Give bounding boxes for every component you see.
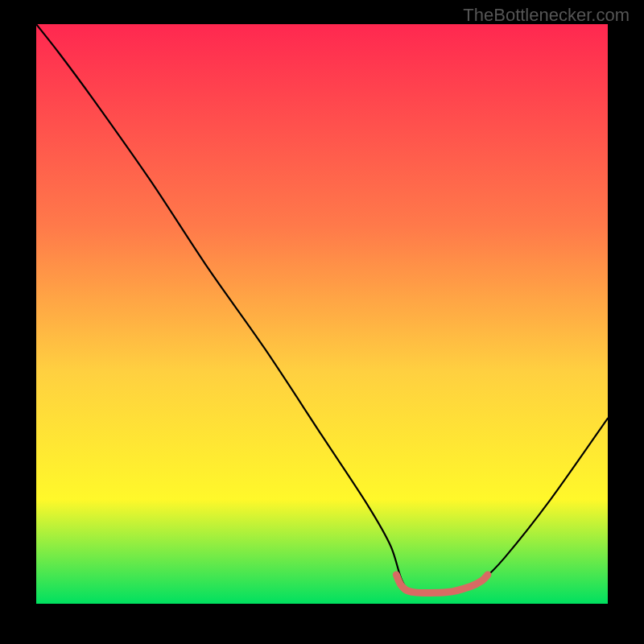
chart-svg (36, 24, 608, 604)
gradient-background (36, 24, 608, 604)
chart-plot (36, 24, 608, 604)
watermark-label: TheBottlenecker.com (463, 5, 630, 26)
